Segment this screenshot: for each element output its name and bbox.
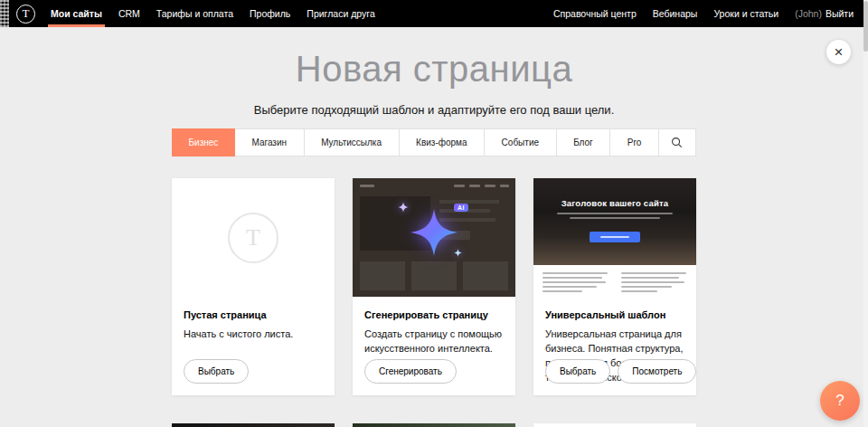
help-button[interactable]: ? — [820, 381, 860, 421]
site-preview-heading: Заголовок вашего сайта — [533, 198, 696, 208]
watermark-letter: T — [246, 224, 260, 251]
tab-search[interactable] — [659, 129, 695, 156]
tilda-logo[interactable]: T — [16, 5, 35, 24]
tab-event[interactable]: Событие — [485, 129, 557, 156]
template-card-partial[interactable] — [533, 423, 696, 427]
preview-button[interactable]: Посмотреть — [618, 359, 696, 384]
tab-pro[interactable]: Pro — [610, 129, 659, 156]
secondary-nav: Справочный центр Вебинары Уроки и статьи… — [545, 0, 857, 27]
template-grid: T Пустая страница Начать с чистого листа… — [172, 178, 696, 427]
tab-multilink[interactable]: Мультиссылка — [305, 129, 400, 156]
card-description: Создать страницу с помощью искусственног… — [364, 327, 504, 356]
choose-blank-button[interactable]: Выбрать — [184, 359, 249, 384]
nav-item-crm[interactable]: CRM — [110, 0, 148, 27]
user-area: (John) Выйти — [787, 8, 857, 19]
scrollbar — [863, 0, 868, 427]
nav-item-profile[interactable]: Профиль — [241, 0, 298, 27]
template-tabs: Бизнес Магазин Мультиссылка Квиз-форма С… — [172, 128, 696, 157]
template-card-blank[interactable]: T Пустая страница Начать с чистого листа… — [172, 178, 335, 395]
choose-universal-button[interactable]: Выбрать — [545, 359, 610, 384]
site-preview-cta-button — [590, 232, 640, 242]
main-nav: Мои сайты CRM Тарифы и оплата Профиль Пр… — [42, 0, 383, 27]
card-title: Универсальный шаблон — [545, 309, 684, 320]
template-card-ai[interactable]: AI Сгенерировать страницу Создать страни… — [353, 178, 515, 395]
tilda-logo-letter: T — [23, 6, 30, 21]
nav-item-my-sites[interactable]: Мои сайты — [42, 0, 110, 27]
close-icon: × — [835, 44, 844, 60]
scrollbar-thumb[interactable] — [863, 1, 868, 52]
close-button[interactable]: × — [826, 40, 851, 64]
dialog-content: Бизнес Магазин Мультиссылка Квиз-форма С… — [172, 128, 696, 427]
topbar: T Мои сайты CRM Тарифы и оплата Профиль … — [0, 0, 868, 27]
site-preview-hero: Заголовок вашего сайта — [533, 178, 696, 265]
site-preview-text — [533, 265, 696, 297]
template-card-partial[interactable] — [172, 423, 335, 427]
ai-small-sparkle-icon — [454, 249, 462, 257]
nav-item-webinars[interactable]: Вебинары — [645, 0, 706, 27]
card-description: Начать с чистого листа. — [184, 327, 323, 342]
tab-blog[interactable]: Блог — [557, 129, 611, 156]
texture-strip — [0, 0, 9, 27]
tilda-watermark-icon: T — [228, 213, 278, 263]
card-title: Сгенерировать страницу — [364, 309, 504, 320]
question-icon: ? — [835, 392, 844, 410]
generate-button[interactable]: Сгенерировать — [364, 359, 457, 384]
nav-item-pricing[interactable]: Тарифы и оплата — [148, 0, 241, 27]
search-icon — [671, 137, 683, 148]
page-title: Новая страница — [0, 47, 868, 90]
ai-card-image: AI — [353, 178, 515, 297]
universal-card-image: Заголовок вашего сайта — [533, 178, 696, 297]
tab-quiz-form[interactable]: Квиз-форма — [400, 129, 486, 156]
card-title: Пустая страница — [184, 309, 323, 320]
tab-store[interactable]: Магазин — [235, 129, 305, 156]
user-name: (John) — [795, 8, 822, 19]
ai-badge: AI — [454, 204, 468, 212]
nav-item-help-center[interactable]: Справочный центр — [545, 0, 645, 27]
nav-item-lessons[interactable]: Уроки и статьи — [705, 0, 787, 27]
template-card-partial[interactable] — [353, 423, 515, 427]
nav-item-invite-friend[interactable]: Пригласи друга — [298, 0, 382, 27]
template-card-universal[interactable]: Заголовок вашего сайта — [533, 178, 696, 395]
ai-small-sparkle-icon — [398, 202, 409, 213]
logout-link[interactable]: Выйти — [826, 8, 854, 19]
ai-sparkle-icon — [410, 208, 458, 257]
tab-business[interactable]: Бизнес — [172, 128, 235, 157]
page-subtitle: Выберите подходящий шаблон и адаптируйте… — [0, 103, 868, 118]
blank-card-image: T — [172, 178, 335, 297]
